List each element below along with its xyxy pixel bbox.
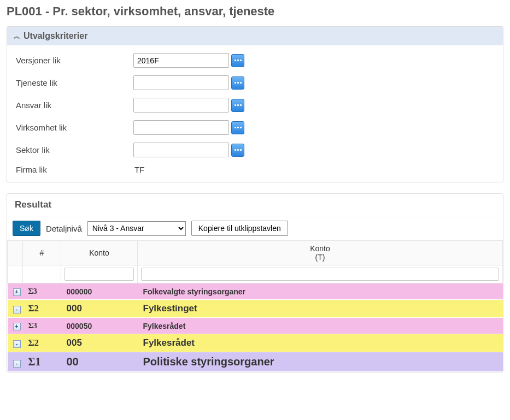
criteria-row-sektor: Sektor lik <box>16 143 494 157</box>
label-versjoner: Versjoner lik <box>16 56 133 65</box>
input-sektor[interactable] <box>133 143 229 157</box>
cell-text: Fylkesrådet <box>138 318 503 334</box>
criteria-panel-header[interactable]: ︽ Utvalgskriterier <box>7 27 503 45</box>
cell-konto: 005 <box>61 334 138 352</box>
result-grid: # Konto Konto (T) + Σ3 000000 Folkevalgt… <box>7 240 503 372</box>
cell-konto: 000050 <box>61 318 138 334</box>
col-header-expand <box>8 241 23 265</box>
table-row[interactable]: + Σ3 000000 Folkevalgte styringsorganer <box>8 283 503 300</box>
cell-text: Fylkesrådet <box>138 334 503 352</box>
cell-konto: 000000 <box>61 283 138 300</box>
input-virksomhet[interactable] <box>133 120 229 135</box>
label-firma: Firma lik <box>16 165 133 174</box>
detail-level-label: Detaljnivå <box>46 224 82 233</box>
ellipsis-icon <box>235 149 242 151</box>
label-ansvar: Ansvar lik <box>16 100 133 110</box>
collapse-icon[interactable]: - <box>13 306 21 313</box>
sigma-level: Σ2 <box>28 303 39 313</box>
table-row[interactable]: - Σ1 00 Politiske styringsorganer <box>8 352 503 372</box>
collapse-icon[interactable]: - <box>13 340 21 348</box>
criteria-row-versjoner: Versjoner lik <box>16 53 494 68</box>
chevron-up-icon: ︽ <box>14 32 20 41</box>
result-panel: Resultat Søk Detaljnivå Nivå 3 - Ansvar … <box>7 193 503 372</box>
value-firma: TF <box>133 165 144 174</box>
cell-konto: 00 <box>61 352 138 372</box>
sigma-level: Σ1 <box>28 356 41 368</box>
table-row[interactable]: - Σ2 005 Fylkesrådet <box>8 334 503 352</box>
filter-konto-t-input[interactable] <box>141 268 499 281</box>
col-header-num[interactable]: # <box>23 241 61 265</box>
input-versjoner[interactable] <box>133 53 229 68</box>
grid-header-row: # Konto Konto (T) <box>8 241 503 265</box>
label-sektor: Sektor lik <box>16 145 133 155</box>
detail-level-select[interactable]: Nivå 3 - Ansvar <box>87 221 186 236</box>
lookup-tjeneste-button[interactable] <box>231 76 244 90</box>
input-ansvar[interactable] <box>133 98 229 113</box>
ellipsis-icon <box>235 104 242 106</box>
cell-text: Folkevalgte styringsorganer <box>138 283 503 300</box>
criteria-row-tjeneste: Tjeneste lik <box>16 75 494 90</box>
ellipsis-icon <box>235 127 242 128</box>
filter-konto-input[interactable] <box>65 268 134 281</box>
page-title: PL001 - Pr. sektor, virksomhet, ansvar, … <box>7 4 503 19</box>
cell-text: Politiske styringsorganer <box>138 352 503 372</box>
cell-konto: 000 <box>61 300 138 318</box>
criteria-row-firma: Firma lik TF <box>16 165 494 174</box>
collapse-icon[interactable]: - <box>13 360 21 368</box>
result-toolbar: Søk Detaljnivå Nivå 3 - Ansvar Kopiere t… <box>7 216 503 240</box>
criteria-row-ansvar: Ansvar lik <box>16 98 494 113</box>
input-tjeneste[interactable] <box>133 75 229 90</box>
criteria-row-virksomhet: Virksomhet lik <box>16 120 494 135</box>
grid-filter-row <box>8 265 503 283</box>
col-header-konto-t[interactable]: Konto (T) <box>138 241 503 265</box>
criteria-panel: ︽ Utvalgskriterier Versjoner lik Tjenest… <box>7 26 503 182</box>
col-header-konto[interactable]: Konto <box>61 241 138 265</box>
copy-clipboard-button[interactable]: Kopiere til utklippstavlen <box>191 221 288 236</box>
lookup-ansvar-button[interactable] <box>231 99 244 112</box>
table-row[interactable]: + Σ3 000050 Fylkesrådet <box>8 318 503 334</box>
lookup-versjoner-button[interactable] <box>231 54 244 67</box>
label-virksomhet: Virksomhet lik <box>16 123 133 132</box>
criteria-panel-title: Utvalgskriterier <box>24 31 87 41</box>
expand-icon[interactable]: + <box>13 288 21 296</box>
sigma-level: Σ3 <box>28 322 37 330</box>
col-header-konto-t-line1: Konto <box>310 244 330 253</box>
result-panel-title: Resultat <box>7 194 503 216</box>
sigma-level: Σ2 <box>28 338 39 348</box>
criteria-body: Versjoner lik Tjeneste lik Ansvar lik <box>7 45 503 182</box>
table-row[interactable]: - Σ2 000 Fylkestinget <box>8 300 503 318</box>
expand-icon[interactable]: + <box>13 323 21 330</box>
lookup-sektor-button[interactable] <box>231 144 244 157</box>
search-button[interactable]: Søk <box>13 221 40 236</box>
lookup-virksomhet-button[interactable] <box>231 121 244 134</box>
col-header-konto-t-line2: (T) <box>315 253 325 262</box>
label-tjeneste: Tjeneste lik <box>16 78 133 87</box>
ellipsis-icon <box>235 60 242 61</box>
sigma-level: Σ3 <box>28 287 37 295</box>
ellipsis-icon <box>235 82 242 84</box>
grid-body: + Σ3 000000 Folkevalgte styringsorganer … <box>8 283 503 372</box>
cell-text: Fylkestinget <box>138 300 503 318</box>
